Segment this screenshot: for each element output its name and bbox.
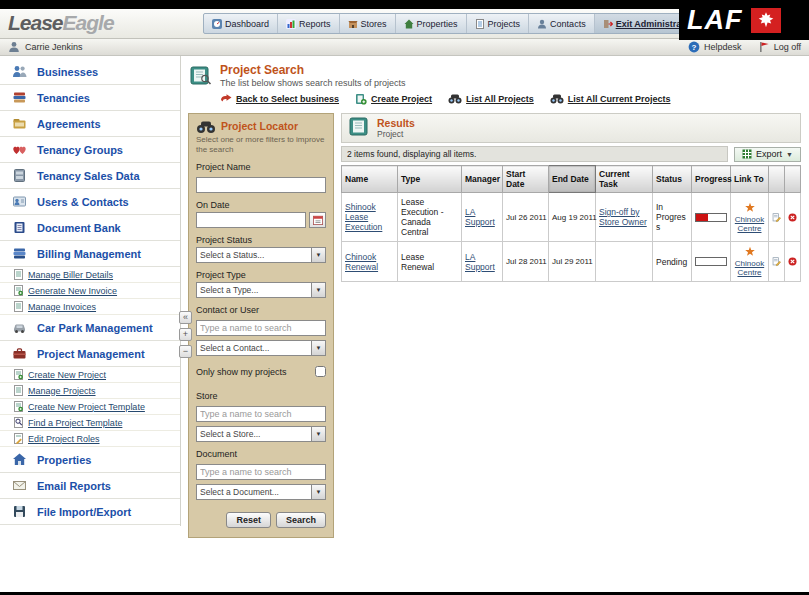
list-all-current-projects-link[interactable]: List All Current Projects [550,93,671,105]
sidebar-sublink-manage-invoices[interactable]: Manage Invoices [0,299,180,315]
edit-document-icon [14,433,23,444]
users-contacts-icon [12,194,27,209]
delete-icon[interactable] [788,255,797,268]
stores-icon [348,19,358,29]
sidebar-sublink-label: Find a Project Template [28,418,122,428]
shrink-button[interactable]: − [179,345,192,358]
link-to-store[interactable]: Chinook Centre [734,259,765,277]
sidebar-item-label: Car Park Management [37,322,153,334]
sidebar-sublink-create-new-project[interactable]: Create New Project [0,367,180,383]
contact-search-input[interactable] [196,320,326,336]
create-project-icon [355,93,367,105]
nav-tab-projects[interactable]: Projects [467,14,530,33]
create-project-link[interactable]: Create Project [355,93,432,105]
manager-link[interactable]: LA Support [465,207,495,227]
nav-tab-contacts[interactable]: Contacts [529,14,595,33]
column-type[interactable]: Type [398,166,462,193]
new-document-icon [14,401,23,412]
column-end-date[interactable]: End Date [549,166,596,193]
edit-icon[interactable] [772,255,781,268]
sidebar-item-billing-management[interactable]: Billing Management [0,241,180,267]
column-start-date[interactable]: Start Date [503,166,549,193]
on-date-input[interactable] [196,212,306,228]
column-link-to[interactable]: Link To [731,166,769,193]
sidebar-sublink-create-new-project-template[interactable]: Create New Project Template [0,399,180,415]
store-select[interactable]: Select a Store... ▼ [196,426,326,442]
sidebar-item-car-park-management[interactable]: Car Park Management [0,315,180,341]
new-document-icon [14,285,23,296]
store-search-input[interactable] [196,406,326,422]
nav-tab-stores[interactable]: Stores [340,14,396,33]
manager-link[interactable]: LA Support [465,252,495,272]
nav-tab-reports[interactable]: Reports [278,14,340,33]
helpdesk-icon: ? [688,41,700,53]
column-progress[interactable]: Progress [692,166,731,193]
document-select[interactable]: Select a Document... ▼ [196,484,326,500]
project-status-value: Select a Status... [197,248,311,262]
list-all-projects-link[interactable]: List All Projects [448,93,534,105]
sidebar-item-agreements[interactable]: Agreements [0,111,180,137]
sidebar-item-tenancy-sales-data[interactable]: Tenancy Sales Data [0,163,180,189]
log-off-flag-icon [758,41,770,53]
store-label: Store [196,391,326,401]
column-current-task[interactable]: Current Task [596,166,653,193]
dropdown-arrow-icon: ▼ [311,248,325,262]
only-my-projects-checkbox[interactable] [315,366,326,377]
project-status-select[interactable]: Select a Status... ▼ [196,247,326,263]
sidebar-item-project-management[interactable]: Project Management [0,341,180,367]
back-to-select-business-link[interactable]: Back to Select business [220,93,339,105]
sidebar-sublink-manage-projects[interactable]: Manage Projects [0,383,180,399]
column-edit [769,166,785,193]
only-my-projects-label: Only show my projects [196,367,287,377]
nav-tab-properties[interactable]: Properties [396,14,467,33]
search-button[interactable]: Search [276,512,326,528]
nav-tab-label: Contacts [550,19,586,29]
project-name-link[interactable]: Chinook Renewal [345,252,378,272]
sidebar-item-email-reports[interactable]: Email Reports [0,473,180,499]
export-button[interactable]: Export ▼ [734,147,801,162]
reset-button[interactable]: Reset [226,512,271,528]
sidebar-item-users-contacts[interactable]: Users & Contacts [0,189,180,215]
nav-tab-label: Properties [417,19,458,29]
sidebar-item-properties[interactable]: Properties [0,447,180,473]
results-table: Name Type Manager Start Date End Date Cu… [341,165,801,282]
collapse-sidebar-button[interactable]: « [179,311,192,324]
email-reports-icon [12,478,27,493]
results-subtitle: Project [377,129,415,139]
sidebar-sublink-generate-new-invoice[interactable]: Generate New Invoice [0,283,180,299]
nav-tab-dashboard[interactable]: Dashboard [204,14,278,33]
export-grid-icon [742,149,752,159]
log-off-link[interactable]: Log off [758,41,801,53]
sidebar-sublink-label: Generate New Invoice [28,286,117,296]
sidebar-item-tenancy-groups[interactable]: Tenancy Groups [0,137,180,163]
sidebar-item-businesses[interactable]: Businesses [0,59,180,85]
project-type-cell: Lease Execution - Canada Central [398,193,462,242]
sidebar-item-tenancies[interactable]: Tenancies [0,85,180,111]
sidebar-sublink-manage-biller-details[interactable]: Manage Biller Details [0,267,180,283]
column-status[interactable]: Status [653,166,692,193]
edit-icon[interactable] [772,211,781,224]
delete-icon[interactable] [788,211,797,224]
project-name-input[interactable] [196,177,326,193]
column-manager[interactable]: Manager [462,166,503,193]
sidebar-item-document-bank[interactable]: Document Bank [0,215,180,241]
sidebar-item-file-import-export[interactable]: File Import/Export [0,499,180,525]
dropdown-arrow-icon: ▼ [311,485,325,499]
document-select-value: Select a Document... [197,485,311,499]
sidebar-sublink-edit-project-roles[interactable]: Edit Project Roles [0,431,180,447]
document-icon [14,301,23,312]
sidebar-sublink-find-a-project-template[interactable]: Find a Project Template [0,415,180,431]
current-task-link[interactable]: Sign-off by Store Owner [599,207,647,227]
document-search-input[interactable] [196,464,326,480]
project-name-link[interactable]: Shinook Lease Execution [345,202,382,232]
link-to-store[interactable]: Chinook Centre [734,215,765,233]
column-name[interactable]: Name [342,166,398,193]
contact-select[interactable]: Select a Contact... ▼ [196,340,326,356]
sidebar-sublink-label: Edit Project Roles [28,434,100,444]
project-type-select[interactable]: Select a Type... ▼ [196,282,326,298]
expand-button[interactable]: + [179,328,192,341]
project-management-icon [12,346,27,361]
project-type-label: Project Type [196,270,326,280]
calendar-button[interactable] [309,212,326,228]
helpdesk-link[interactable]: ? Helpdesk [688,41,742,53]
